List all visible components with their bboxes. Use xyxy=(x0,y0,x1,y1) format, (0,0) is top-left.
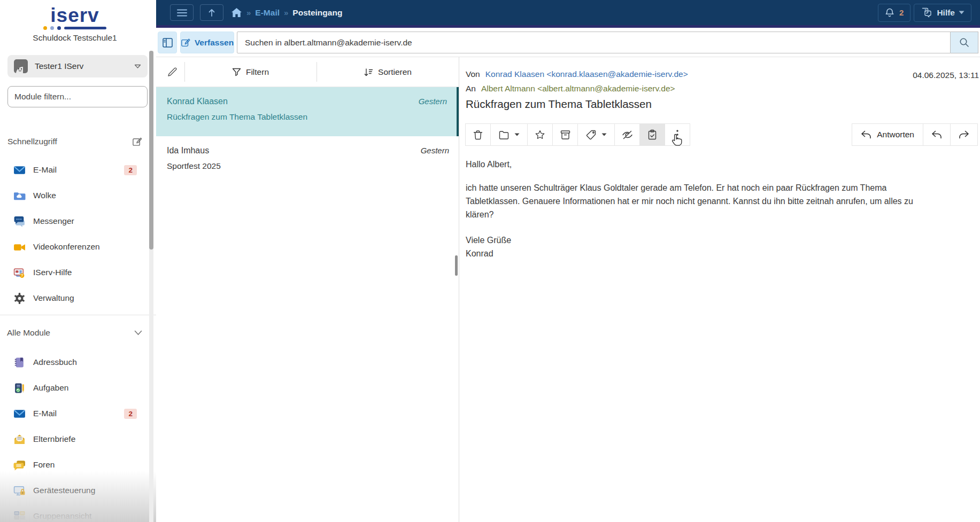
sidebar-divider xyxy=(0,315,156,315)
sidebar-item-iserv-hilfe[interactable]: ? IServ-Hilfe xyxy=(13,264,140,281)
reply-actions: Antworten xyxy=(852,123,978,146)
help-menu-button[interactable]: ? Hilfe xyxy=(914,4,971,22)
mail-list-header: Filtern Sortieren xyxy=(156,57,459,87)
sidebar-item-aufgaben[interactable]: Aufgaben xyxy=(13,379,140,396)
mail-view-pane: Von Konrad Klaasen <konrad.klaasen@akade… xyxy=(459,57,980,522)
reply-label: Antworten xyxy=(877,130,914,139)
mail-view-subject: Rückfragen zum Thema Tabletklassen xyxy=(466,98,652,111)
user-name: Tester1 IServ xyxy=(35,61,134,71)
school-name: Schuldock Testschule1 xyxy=(0,33,150,43)
breadcrumb-separator: » xyxy=(246,8,251,17)
breadcrumb-app-link[interactable]: E-Mail xyxy=(255,8,280,18)
mail-body-line: ich hatte unseren Schulträger Klaus Gold… xyxy=(466,183,886,193)
arrow-up-icon xyxy=(207,8,216,17)
unread-badge: 2 xyxy=(124,409,137,419)
iserv-logo[interactable]: iserv xyxy=(0,5,150,30)
sort-button[interactable]: Sortieren xyxy=(317,57,459,87)
tasks-icon xyxy=(13,381,26,394)
sidebar-item-label: Verwaltung xyxy=(33,293,74,303)
sidebar-item-adressbuch[interactable]: Adressbuch xyxy=(13,354,140,371)
email-icon xyxy=(13,163,26,176)
avatar xyxy=(14,59,28,73)
mail-list-row[interactable]: Ida Imhaus Sportfest 2025 Gestern xyxy=(156,136,459,184)
sidebar-item-elternbriefe[interactable]: Elternbriefe xyxy=(13,431,140,448)
mail-datetime: 04.06.2025, 13:11 xyxy=(913,71,979,80)
sidebar-item-videokonferenzen[interactable]: Videokonferenzen xyxy=(13,238,140,255)
sidebar-scrollbar-thumb[interactable] xyxy=(149,51,153,250)
sidebar-item-messenger[interactable]: Messenger xyxy=(13,213,140,230)
group-grid-icon xyxy=(13,510,26,522)
to-address-link[interactable]: Albert Altmann <albert.altmann@akademie-… xyxy=(481,84,675,94)
sidebar-item-label: E-Mail xyxy=(33,409,57,418)
sidebar-item-label: Elternbriefe xyxy=(33,434,75,444)
sidebar-item-wolke[interactable]: Wolke xyxy=(13,187,140,204)
list-scrollbar-thumb[interactable] xyxy=(455,255,458,276)
help-chat-icon: ? xyxy=(921,7,932,18)
module-filter-input[interactable] xyxy=(7,86,148,107)
from-label: Von xyxy=(466,69,480,79)
quick-access-header: Schnellzugriff xyxy=(7,135,142,149)
folder-panel-toggle-button[interactable] xyxy=(158,32,177,53)
scroll-top-button[interactable] xyxy=(200,4,223,21)
from-address-link[interactable]: Konrad Klaasen <konrad.klaasen@akademie-… xyxy=(485,69,688,79)
delete-button[interactable] xyxy=(465,123,491,146)
chevron-down-icon xyxy=(134,64,141,69)
mail-body-signature: Konrad xyxy=(466,249,493,259)
all-modules-title: Alle Module xyxy=(7,328,50,338)
menu-toggle-button[interactable] xyxy=(170,4,194,21)
sidebar-item-gruppenansicht[interactable]: Gruppenansicht xyxy=(13,508,140,522)
chat-bubbles-icon xyxy=(13,215,26,228)
forward-button[interactable] xyxy=(950,123,978,146)
breadcrumb-separator: » xyxy=(284,8,288,17)
mail-body-closing: Viele Grüße xyxy=(466,236,511,245)
mail-subject: Rückfragen zum Thema Tabletklassen xyxy=(167,112,307,122)
reply-button[interactable]: Antworten xyxy=(852,123,923,146)
mail-body-greeting: Hallo Albert, xyxy=(466,160,512,169)
compose-icon xyxy=(181,38,190,48)
compose-pencil-icon[interactable] xyxy=(167,66,178,80)
sidebar-item-email-modules[interactable]: E-Mail 2 xyxy=(13,405,140,422)
sidebar-layout-icon xyxy=(163,38,173,48)
sidebar-item-verwaltung[interactable]: Verwaltung xyxy=(13,290,140,307)
top-navbar: » E-Mail » Posteingang 2 ? Hilfe xyxy=(156,0,980,28)
move-to-folder-button[interactable] xyxy=(490,123,528,146)
all-modules-header[interactable]: Alle Module xyxy=(7,326,142,340)
reply-all-button[interactable] xyxy=(923,123,951,146)
svg-text:?: ? xyxy=(924,9,927,12)
clipboard-task-button[interactable] xyxy=(639,123,665,146)
notifications-button[interactable]: 2 xyxy=(878,4,910,22)
address-book-icon xyxy=(13,356,26,369)
user-menu[interactable]: Tester1 IServ xyxy=(7,55,148,77)
reply-icon xyxy=(861,130,871,139)
home-icon[interactable] xyxy=(231,7,242,18)
filter-icon xyxy=(232,68,241,76)
more-actions-button[interactable] xyxy=(665,123,690,146)
trash-icon xyxy=(473,130,483,140)
filter-button[interactable]: Filtern xyxy=(184,57,317,87)
search-submit-button[interactable] xyxy=(951,32,978,53)
compose-label: Verfassen xyxy=(195,38,234,48)
star-button[interactable] xyxy=(527,123,553,146)
sidebar-item-email[interactable]: E-Mail 2 xyxy=(13,161,140,178)
filter-label: Filtern xyxy=(246,67,269,77)
archive-button[interactable] xyxy=(552,123,578,146)
sidebar-item-label: E-Mail xyxy=(33,165,57,175)
cloud-folder-icon xyxy=(13,189,26,202)
archive-icon xyxy=(560,130,570,139)
tag-button[interactable] xyxy=(577,123,615,146)
svg-text:?: ? xyxy=(20,273,23,278)
mail-list-row-selected[interactable]: Konrad Klaasen Rückfragen zum Thema Tabl… xyxy=(156,87,459,136)
open-letter-icon xyxy=(13,433,26,446)
sidebar-item-geraetesteuerung[interactable]: Gerätesteuerung xyxy=(13,482,140,499)
sidebar-item-label: IServ-Hilfe xyxy=(33,268,72,277)
edit-quick-access-icon[interactable] xyxy=(132,137,142,147)
clipboard-check-icon xyxy=(647,129,657,140)
mail-search-input[interactable] xyxy=(237,32,951,53)
caret-down-icon xyxy=(514,133,520,136)
device-lock-icon xyxy=(13,484,26,497)
compose-button[interactable]: Verfassen xyxy=(180,32,234,53)
mark-unread-button[interactable] xyxy=(614,123,640,146)
sidebar-item-label: Gruppenansicht xyxy=(33,511,91,521)
mail-list-pane: Filtern Sortieren Konrad Klaasen Rückfra… xyxy=(156,57,459,522)
sidebar-item-foren[interactable]: Foren xyxy=(13,456,140,473)
